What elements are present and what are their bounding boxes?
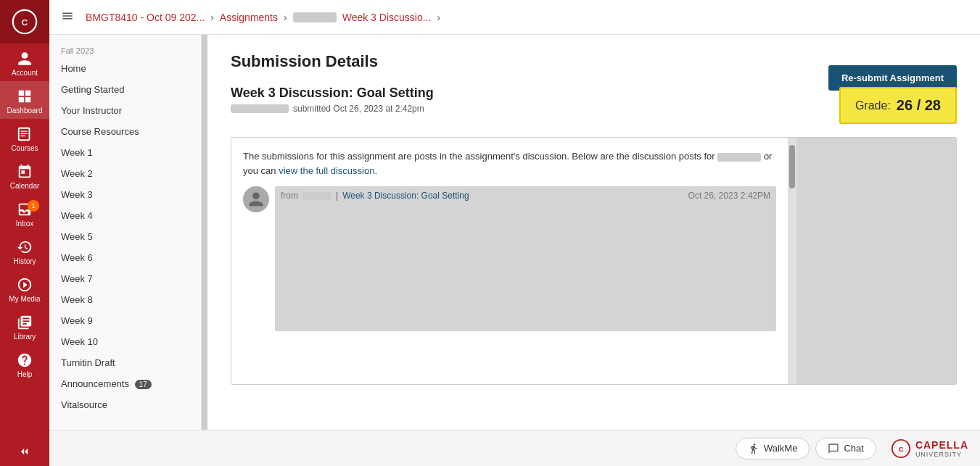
svg-text:C: C	[899, 445, 904, 452]
nav-item-week6[interactable]: Week 6	[49, 247, 201, 268]
nav-item-getting-started[interactable]: Getting Started	[49, 79, 201, 100]
page-content: Submission Details Grade: 26 / 28 Week 3…	[207, 35, 980, 430]
sidebar-item-courses[interactable]: Courses	[0, 119, 49, 157]
content-layout: Fall 2023 Home Getting Started Your Inst…	[49, 35, 980, 430]
footer-bar: WalkMe Chat C CAPELLA UNIVERSITY	[49, 430, 980, 466]
nav-item-week7[interactable]: Week 7	[49, 268, 201, 289]
assignment-header-left: Week 3 Discussion: Goal Setting submitte…	[231, 86, 434, 125]
discussion-sidebar-panel	[796, 138, 956, 384]
person-icon	[17, 51, 33, 67]
walkme-label: WalkMe	[764, 443, 797, 454]
book-icon	[17, 126, 33, 142]
post-content-box: from | Week 3 Discussion: Goal Setting O…	[275, 186, 776, 331]
courseroom-icon: C	[12, 9, 38, 35]
breadcrumb-blurred	[293, 12, 337, 22]
sidebar-bottom	[0, 437, 49, 466]
nav-item-course-resources[interactable]: Course Resources	[49, 121, 201, 142]
nav-item-week2[interactable]: Week 2	[49, 163, 201, 184]
sidebar-item-account[interactable]: Account	[0, 43, 49, 81]
nav-item-vitalsource[interactable]: Vitalsource	[49, 394, 201, 415]
discussion-name-blurred	[717, 153, 761, 162]
capella-sub: UNIVERSITY	[915, 451, 968, 458]
hamburger-icon	[61, 9, 74, 22]
question-icon	[17, 352, 33, 368]
submitter-name-blurred	[231, 104, 289, 113]
capella-logo-icon: C	[891, 438, 911, 459]
nav-item-week4[interactable]: Week 4	[49, 205, 201, 226]
sidebar-item-my-media-label: My Media	[9, 295, 40, 303]
sidebar-item-account-label: Account	[12, 69, 38, 77]
nav-season: Fall 2023	[49, 41, 201, 58]
sidebar-item-dashboard-label: Dashboard	[7, 107, 43, 115]
discussion-scrollbar[interactable]	[788, 138, 796, 384]
sidebar: C Account Dashboard Courses Calendar 1 I…	[0, 0, 49, 466]
breadcrumb-sep-2: ›	[284, 12, 287, 23]
post-discussion-link[interactable]: Week 3 Discussion: Goal Setting	[342, 191, 469, 201]
grade-label: Grade:	[855, 99, 891, 112]
main-wrapper: BMGT8410 - Oct 09 202... › Assignments ›…	[49, 0, 980, 466]
clock-icon	[17, 239, 33, 255]
capella-logo: C CAPELLA UNIVERSITY	[891, 438, 968, 459]
nav-item-week3[interactable]: Week 3	[49, 184, 201, 205]
nav-divider	[202, 35, 207, 430]
grade-box: Grade: 26 / 28	[839, 87, 957, 124]
sidebar-item-inbox[interactable]: 1 Inbox	[0, 194, 49, 232]
discussion-box: The submissions for this assignment are …	[231, 137, 957, 385]
walkme-icon	[748, 443, 759, 454]
discussion-main: The submissions for this assignment are …	[231, 138, 788, 384]
grade-value: 26 / 28	[897, 97, 941, 114]
post-from-label: from	[281, 191, 298, 201]
sidebar-collapse-button[interactable]	[0, 437, 49, 466]
courseroom-logo[interactable]: C	[0, 0, 49, 43]
svg-text:C: C	[22, 17, 28, 27]
nav-item-your-instructor[interactable]: Your Instructor	[49, 100, 201, 121]
play-icon	[17, 277, 33, 293]
sidebar-item-help-label: Help	[17, 370, 33, 378]
breadcrumb-sep-1: ›	[210, 12, 214, 23]
submitted-text: submitted Oct 26, 2023 at 2:42pm	[293, 104, 424, 114]
breadcrumb-sep-3: ›	[437, 12, 440, 23]
sidebar-item-inbox-label: Inbox	[16, 220, 33, 228]
announcements-badge: 17	[135, 380, 152, 389]
discussion-inner: The submissions for this assignment are …	[231, 138, 956, 384]
nav-item-week8[interactable]: Week 8	[49, 289, 201, 310]
view-full-discussion-link[interactable]: view the full discussion.	[279, 165, 377, 176]
sidebar-item-my-media[interactable]: My Media	[0, 270, 49, 307]
sidebar-item-calendar[interactable]: Calendar	[0, 157, 49, 194]
breadcrumb-bar: BMGT8410 - Oct 09 202... › Assignments ›…	[49, 0, 980, 35]
calendar-icon	[17, 164, 33, 180]
library-icon	[17, 315, 33, 330]
chat-icon	[828, 443, 839, 454]
capella-text-block: CAPELLA UNIVERSITY	[915, 439, 968, 458]
menu-button[interactable]	[61, 9, 74, 25]
nav-item-turnitin-draft[interactable]: Turnitin Draft	[49, 352, 201, 373]
collapse-icon	[17, 444, 32, 459]
submission-meta: submitted Oct 26, 2023 at 2:42pm	[231, 104, 434, 114]
sidebar-item-history[interactable]: History	[0, 232, 49, 270]
nav-item-week10[interactable]: Week 10	[49, 331, 201, 352]
chat-button[interactable]: Chat	[815, 438, 876, 459]
breadcrumb-course[interactable]: BMGT8410 - Oct 09 202...	[86, 12, 205, 23]
walkme-button[interactable]: WalkMe	[736, 438, 810, 459]
post-header: from | Week 3 Discussion: Goal Setting O…	[275, 186, 776, 201]
nav-item-home[interactable]: Home	[49, 58, 201, 79]
breadcrumb-assignments[interactable]: Assignments	[220, 12, 278, 23]
breadcrumb-week3[interactable]: Week 3 Discussio...	[342, 12, 432, 23]
inbox-badge: 1	[28, 200, 39, 212]
sidebar-item-history-label: History	[13, 257, 36, 265]
sidebar-item-help[interactable]: Help	[0, 345, 49, 383]
nav-item-week1[interactable]: Week 1	[49, 142, 201, 163]
sidebar-item-library-label: Library	[14, 333, 36, 341]
nav-item-announcements[interactable]: Announcements 17	[49, 373, 201, 394]
grid-icon	[17, 88, 33, 104]
capella-name: CAPELLA	[915, 439, 968, 451]
post-name-blurred	[302, 192, 332, 200]
sidebar-item-library[interactable]: Library	[0, 307, 49, 345]
nav-item-week9[interactable]: Week 9	[49, 310, 201, 331]
post-timestamp: Oct 26, 2023 2:42PM	[688, 191, 770, 201]
nav-item-week5[interactable]: Week 5	[49, 226, 201, 247]
sidebar-item-calendar-label: Calendar	[10, 182, 40, 190]
sidebar-item-dashboard[interactable]: Dashboard	[0, 81, 49, 119]
discussion-note: The submissions for this assignment are …	[243, 149, 776, 178]
sidebar-item-courses-label: Courses	[11, 144, 38, 152]
